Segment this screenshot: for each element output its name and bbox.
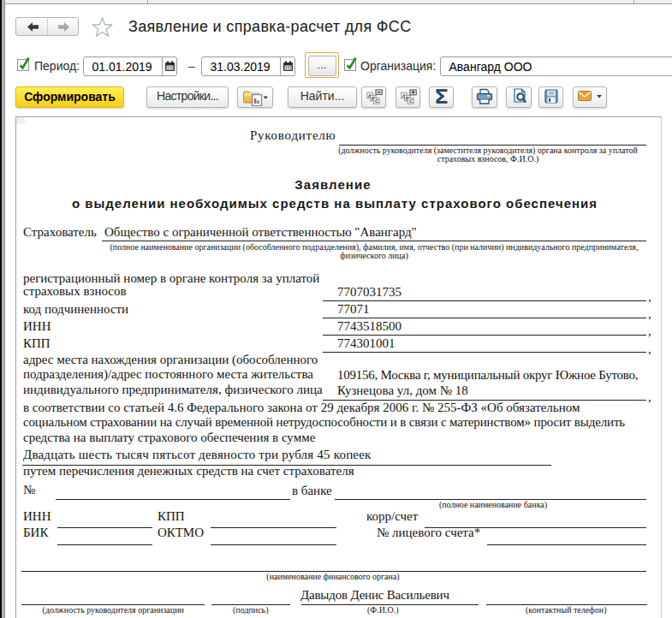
svg-text:C: C xyxy=(409,98,413,104)
svg-text:C: C xyxy=(375,98,379,104)
